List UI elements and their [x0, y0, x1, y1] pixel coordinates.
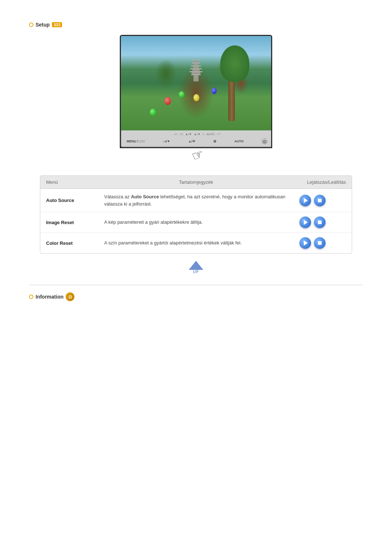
- table-row: Color Reset A szín paramétereket a gyárt…: [40, 233, 352, 253]
- monitor-frame: -/+ □□ ▲/▼ ▲/▼ □ AUTO ○ ² MENU / □□□ ♪₀/…: [120, 35, 272, 148]
- information-header: Information ⊙: [29, 292, 363, 301]
- monitor-button-row: MENU / □□□ ♪₀/▼ ▲/☀ ⊞ AUTO ⏻: [124, 138, 270, 145]
- image-reset-play-button[interactable]: [299, 216, 311, 228]
- row-buttons-image-reset: [294, 216, 352, 228]
- row-desc-image-reset: A kép paramétereit a gyári alapértékekre…: [98, 219, 294, 226]
- auto-source-play-button[interactable]: [299, 195, 311, 206]
- monitor-controls-top-bar: -/+ □□ ▲/▼ ▲/▼ □ AUTO ○ ²: [124, 132, 270, 137]
- auto-button-label[interactable]: AUTO: [234, 139, 244, 143]
- row-label-image-reset: Image Reset: [40, 220, 98, 225]
- bright-button-label[interactable]: ▲/☀: [188, 139, 195, 143]
- lantern-green-2: [150, 109, 156, 116]
- row-label-auto-source: Auto Source: [40, 198, 98, 203]
- section-divider: [29, 285, 363, 285]
- power-button[interactable]: ⏻: [262, 138, 268, 144]
- setup-label: Setup: [36, 22, 50, 28]
- row-buttons-auto-source: [294, 195, 352, 206]
- information-label: Information: [36, 294, 64, 300]
- lantern-green-1: [179, 91, 184, 98]
- monitor-container: -/+ □□ ▲/▼ ▲/▼ □ AUTO ○ ² MENU / □□□ ♪₀/…: [29, 35, 363, 165]
- monitor-screen: [121, 36, 271, 130]
- monitor-controls: -/+ □□ ▲/▼ ▲/▼ □ AUTO ○ ² MENU / □□□ ♪₀/…: [121, 130, 272, 147]
- row-desc-color-reset: A szín paramétereket a gyártói alapértel…: [98, 239, 294, 247]
- row-buttons-color-reset: [294, 237, 352, 249]
- th-content: Tartalomjegyzék: [98, 176, 294, 189]
- information-badge[interactable]: ⊙: [66, 292, 74, 301]
- pip-button-label[interactable]: ⊞: [213, 139, 216, 143]
- up-label: UP: [189, 270, 203, 274]
- table-row: Image Reset A kép paramétereit a gyári a…: [40, 212, 352, 233]
- row-label-color-reset: Color Reset: [40, 240, 98, 246]
- up-arrow-container[interactable]: UP: [29, 261, 363, 274]
- menu-table: Menü Tartalomjegyzék Lejátszás/Leállítás…: [40, 175, 352, 254]
- color-reset-play-button[interactable]: [299, 237, 311, 249]
- lantern-red-1: [164, 97, 171, 105]
- up-arrow-icon[interactable]: UP: [189, 261, 203, 274]
- information-nav-dot: [29, 295, 33, 299]
- menu-button-label[interactable]: MENU / □□□: [127, 139, 145, 143]
- table-row: Auto Source Válassza az Auto Source lehe…: [40, 189, 352, 212]
- th-menu: Menü: [40, 176, 98, 189]
- image-reset-stop-button[interactable]: [314, 216, 326, 228]
- setup-nav-dot: [29, 23, 33, 27]
- table-header: Menü Tartalomjegyzék Lejátszás/Leállítás: [40, 176, 352, 189]
- pagoda: [192, 60, 200, 81]
- row-desc-auto-source: Válassza az Auto Source lehetőséget, ha …: [98, 193, 294, 207]
- tree-top: [220, 45, 249, 82]
- setup-badge: 333: [52, 22, 62, 27]
- lantern-blue-1: [212, 88, 217, 94]
- th-play: Lejátszás/Leállítás: [294, 176, 352, 189]
- auto-source-stop-button[interactable]: [314, 195, 326, 206]
- color-reset-stop-button[interactable]: [314, 237, 326, 249]
- setup-header: Setup 333: [29, 22, 363, 28]
- vol-button-label[interactable]: ♪₀/▼: [163, 139, 170, 143]
- lantern-yellow-1: [193, 94, 199, 101]
